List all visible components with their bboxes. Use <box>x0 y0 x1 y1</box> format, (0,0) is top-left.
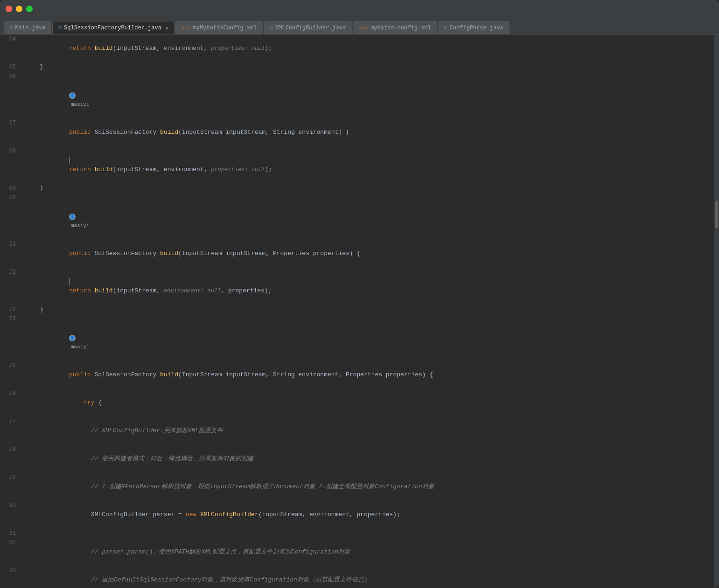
line-content-79: // 1.创建XPathParser解析器对象，根据inputStream解析成… <box>33 473 705 501</box>
line-num-77: 77 <box>0 417 23 426</box>
author-avatar-2: 👤 <box>69 214 76 220</box>
tabs-bar: © Main.java © SqlSessionFactoryBuilder.j… <box>0 18 719 35</box>
table-row: 74 <box>0 314 714 324</box>
tab-close-sql[interactable]: ✕ <box>166 25 168 31</box>
tab-label-main: Main.java <box>15 25 46 31</box>
line-num-67: 67 <box>0 118 23 128</box>
line-num-73: 73 <box>0 305 23 314</box>
line-num-82: 82 <box>0 538 23 547</box>
line-num-81: 81 <box>0 529 23 538</box>
line-num-68: 68 <box>0 146 23 156</box>
tab-icon-sql: © <box>58 25 62 31</box>
line-num-72: 72 <box>0 268 23 277</box>
author-block-3: 👤 masiyi <box>33 324 705 361</box>
line-content-75: public SqlSessionFactory build(InputStre… <box>33 361 705 389</box>
table-row: 65 } <box>0 62 714 72</box>
table-row: 70 <box>0 193 714 202</box>
tab-config-parse[interactable]: © ConfigParse.java <box>438 21 510 34</box>
table-row: 69 } <box>0 184 714 193</box>
table-row: 71 public SqlSessionFactory build(InputS… <box>0 240 714 268</box>
line-num-76: 76 <box>0 389 23 398</box>
tab-mybatis-config2[interactable]: </> mybatis-config.xml <box>353 21 437 34</box>
tab-label-mybatis: myMybatisConfig.xml <box>193 25 257 31</box>
author-avatar-1: 👤 <box>69 92 76 99</box>
editor-area: 64 return build(inputStream, environment… <box>0 35 719 588</box>
line-content-68: return build(inputStream, environment, p… <box>33 146 705 184</box>
table-row: 75 public SqlSessionFactory build(InputS… <box>0 361 714 389</box>
author-label-1: masiyi <box>71 102 90 107</box>
close-button[interactable] <box>6 6 12 12</box>
tab-label-config: ConfigParse.java <box>449 25 503 31</box>
table-row: 76 try { <box>0 389 714 417</box>
line-num-79: 79 <box>0 473 23 482</box>
tab-icon-config: © <box>444 25 447 31</box>
table-row: 80 XMLConfigBuilder parser = new XMLConf… <box>0 501 714 529</box>
table-row: 👤 masiyi <box>0 202 714 240</box>
line-content-71: public SqlSessionFactory build(InputStre… <box>33 240 705 268</box>
line-num-78: 78 <box>0 445 23 454</box>
line-content-78: // 使用构建者模式：好处：降低耦合、分离复杂对象的创建 <box>33 445 705 473</box>
table-row: 👤 masiyi <box>0 81 714 118</box>
line-content-76: try { <box>33 389 705 417</box>
author-label-3: masiyi <box>71 344 90 350</box>
line-content-80: XMLConfigBuilder parser = new XMLConfigB… <box>33 501 705 529</box>
minimize-button[interactable] <box>16 6 22 12</box>
line-content-73: } <box>33 305 705 314</box>
line-content-77: // XMLConfigBuilder:用来解析XML配置文件 <box>33 417 705 445</box>
table-row: 67 public SqlSessionFactory build(InputS… <box>0 118 714 146</box>
code-editor[interactable]: 64 return build(inputStream, environment… <box>0 35 714 588</box>
line-num-66: 66 <box>0 72 23 81</box>
line-content-69: } <box>33 184 705 193</box>
titlebar <box>0 0 719 18</box>
line-content-65: } <box>33 62 705 72</box>
tab-label-sql: SqlSessionFactoryBuilder.java <box>64 25 161 31</box>
traffic-lights <box>6 6 33 12</box>
table-row: 64 return build(inputStream, environment… <box>0 35 714 62</box>
table-row: 81 <box>0 529 714 538</box>
table-row: 👤 masiyi <box>0 324 714 361</box>
tab-label-mybatis2: mybatis-config.xml <box>370 25 431 31</box>
tab-icon-main: © <box>10 25 13 31</box>
tab-mybatis-config[interactable]: </> myMybatisConfig.xml <box>175 21 263 34</box>
table-row: 68 return build(inputStream, environment… <box>0 146 714 184</box>
author-avatar-3: 👤 <box>69 335 76 341</box>
line-num-71: 71 <box>0 240 23 249</box>
author-label-2: masiyi <box>71 223 90 228</box>
line-num-83: 83 <box>0 566 23 575</box>
tab-icon-mybatis2: </> <box>359 25 368 31</box>
line-num-69: 69 <box>0 184 23 193</box>
tab-icon-xml: © <box>270 25 273 31</box>
line-num-74: 74 <box>0 314 23 324</box>
line-num-75: 75 <box>0 361 23 370</box>
author-block-1: 👤 masiyi <box>33 81 705 118</box>
tab-main-java[interactable]: © Main.java <box>4 21 51 34</box>
line-num-80: 80 <box>0 501 23 510</box>
line-content-64: return build(inputStream, environment, p… <box>33 35 705 62</box>
line-content-83: // 返回DefaultSqlSessionFactory对象，该对象拥有Con… <box>33 566 705 588</box>
tab-sql-builder[interactable]: © SqlSessionFactoryBuilder.java ✕ <box>52 21 174 34</box>
table-row: 72 return build(inputStream, environment… <box>0 268 714 305</box>
line-num-70: 70 <box>0 193 23 202</box>
author-block-2: 👤 masiyi <box>33 202 705 240</box>
table-row: 82 // parser.parse()：使用XPATH解析XML配置文件，将配… <box>0 538 714 566</box>
line-content-72: return build(inputStream, environment: n… <box>33 268 705 305</box>
line-num-64: 64 <box>0 35 23 44</box>
tab-icon-mybatis: </> <box>181 25 191 31</box>
line-content-82: // parser.parse()：使用XPATH解析XML配置文件，将配置文件… <box>33 538 705 566</box>
ide-window: © Main.java © SqlSessionFactoryBuilder.j… <box>0 0 719 588</box>
table-row: 66 <box>0 72 714 81</box>
line-content-67: public SqlSessionFactory build(InputStre… <box>33 118 705 146</box>
table-row: 73 } <box>0 305 714 314</box>
table-row: 83 // 返回DefaultSqlSessionFactory对象，该对象拥有… <box>0 566 714 588</box>
table-row: 77 // XMLConfigBuilder:用来解析XML配置文件 <box>0 417 714 445</box>
table-row: 79 // 1.创建XPathParser解析器对象，根据inputStream… <box>0 473 714 501</box>
table-row: 78 // 使用构建者模式：好处：降低耦合、分离复杂对象的创建 <box>0 445 714 473</box>
scrollbar-thumb[interactable] <box>715 201 718 228</box>
tab-xml-builder[interactable]: © XMLConfigBuilder.java <box>264 21 352 34</box>
maximize-button[interactable] <box>26 6 33 12</box>
tab-label-xml: XMLConfigBuilder.java <box>275 25 346 31</box>
scrollbar-track[interactable] <box>714 35 719 588</box>
line-num-65: 65 <box>0 62 23 72</box>
